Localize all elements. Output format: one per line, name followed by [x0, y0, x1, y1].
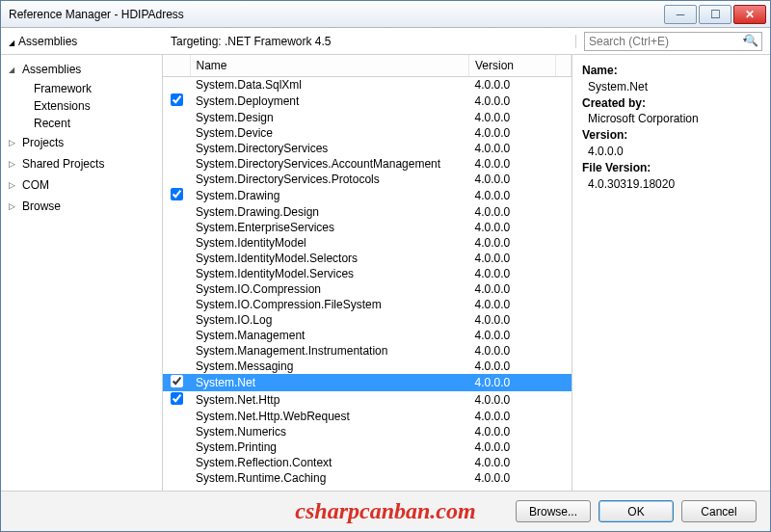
table-row[interactable]: System.IO.Compression4.0.0.0: [163, 281, 572, 297]
sidebar-category[interactable]: ▷Shared Projects: [1, 153, 162, 174]
row-checkbox-cell: [163, 470, 190, 486]
ok-button[interactable]: OK: [598, 500, 674, 522]
col-name[interactable]: Name: [190, 55, 469, 77]
row-name: System.IdentityModel.Selectors: [190, 251, 469, 266]
table-row[interactable]: System.Net4.0.0.0: [163, 374, 572, 391]
row-name: System.Messaging: [190, 359, 469, 374]
row-checkbox-cell: [163, 391, 190, 409]
table-row[interactable]: System.Management.Instrumentation4.0.0.0: [163, 343, 572, 359]
row-checkbox-cell: [163, 110, 190, 125]
row-version: 4.0.0.0: [469, 141, 556, 156]
table-row[interactable]: System.IdentityModel.Services4.0.0.0: [163, 266, 572, 281]
sidebar-category-label: Shared Projects: [22, 157, 104, 171]
cancel-button[interactable]: Cancel: [681, 500, 757, 522]
sidebar-category[interactable]: ▷Browse: [1, 196, 162, 217]
row-checkbox-cell: [163, 439, 190, 455]
table-row[interactable]: System.Numerics4.0.0.0: [163, 424, 572, 439]
table-row[interactable]: System.Device4.0.0.0: [163, 125, 572, 141]
table-row[interactable]: System.Net.Http4.0.0.0: [163, 391, 572, 409]
row-name: System.Deployment: [190, 93, 469, 110]
table-row[interactable]: System.Design4.0.0.0: [163, 110, 572, 125]
row-checkbox[interactable]: [171, 375, 183, 387]
table-row[interactable]: System.Deployment4.0.0.0: [163, 93, 572, 110]
sidebar-item[interactable]: Framework: [1, 80, 162, 97]
browse-button[interactable]: Browse...: [516, 500, 591, 522]
col-version[interactable]: Version: [469, 55, 556, 77]
row-checkbox-cell: [163, 424, 190, 439]
row-name: System.EnterpriseServices: [190, 220, 469, 235]
table-row[interactable]: System.Printing4.0.0.0: [163, 439, 572, 455]
top-row: Assemblies Targeting: .NET Framework 4.5…: [1, 28, 770, 55]
row-name: System.Data.SqlXml: [190, 77, 469, 93]
sidebar-category[interactable]: ▷Projects: [1, 132, 162, 153]
row-checkbox-cell: [163, 141, 190, 156]
row-checkbox-cell: [163, 172, 190, 187]
table-row[interactable]: System.DirectoryServices.Protocols4.0.0.…: [163, 172, 572, 187]
table-row[interactable]: System.Drawing4.0.0.0: [163, 187, 572, 204]
table-row[interactable]: System.IdentityModel4.0.0.0: [163, 235, 572, 251]
details-createdby-value: Microsoft Corporation: [582, 111, 760, 127]
table-row[interactable]: System.EnterpriseServices4.0.0.0: [163, 220, 572, 235]
row-name: System.Net.Http: [190, 391, 469, 409]
search-dropdown-icon[interactable]: ▾: [743, 36, 747, 44]
row-checkbox-cell: [163, 359, 190, 374]
chevron-down-icon[interactable]: [9, 35, 14, 48]
assemblies-header: Assemblies: [18, 35, 77, 48]
close-button[interactable]: ✕: [733, 5, 766, 24]
table-row[interactable]: System.Reflection.Context4.0.0.0: [163, 455, 572, 470]
row-version: 4.0.0.0: [469, 204, 556, 220]
sidebar-category-label: Assemblies: [22, 63, 81, 76]
table-row[interactable]: System.IO.Log4.0.0.0: [163, 312, 572, 328]
row-checkbox-cell: [163, 328, 190, 343]
row-name: System.Net.Http.WebRequest: [190, 409, 469, 424]
assembly-list-wrap: Name Version System.Data.SqlXml4.0.0.0Sy…: [163, 55, 572, 491]
row-name: System.Management: [190, 328, 469, 343]
targeting-label: Targeting: .NET Framework 4.5: [171, 35, 576, 48]
sidebar-category[interactable]: ◢Assemblies: [1, 59, 162, 80]
details-fileversion-label: File Version:: [582, 161, 651, 174]
sidebar-item[interactable]: Extensions: [1, 97, 162, 115]
titlebar[interactable]: Reference Manager - HDIPAdress ─ ☐ ✕: [1, 1, 770, 28]
row-checkbox-cell: [163, 281, 190, 297]
sidebar-category[interactable]: ▷COM: [1, 174, 162, 196]
table-row[interactable]: System.Management4.0.0.0: [163, 328, 572, 343]
row-checkbox-cell: [163, 266, 190, 281]
col-scroll-spacer: [556, 55, 572, 77]
assembly-table: Name Version System.Data.SqlXml4.0.0.0Sy…: [163, 55, 572, 486]
assembly-scroll[interactable]: Name Version System.Data.SqlXml4.0.0.0Sy…: [163, 55, 572, 491]
row-name: System.IdentityModel.Services: [190, 266, 469, 281]
table-row[interactable]: System.Runtime.Caching4.0.0.0: [163, 470, 572, 486]
table-row[interactable]: System.IdentityModel.Selectors4.0.0.0: [163, 251, 572, 266]
row-version: 4.0.0.0: [469, 156, 556, 172]
row-name: System.Drawing.Design: [190, 204, 469, 220]
details-name-value: System.Net: [582, 79, 760, 95]
row-version: 4.0.0.0: [469, 251, 556, 266]
row-version: 4.0.0.0: [469, 125, 556, 141]
row-checkbox[interactable]: [171, 188, 183, 200]
minimize-button[interactable]: ─: [664, 5, 697, 24]
row-name: System.Net: [190, 374, 469, 391]
row-checkbox[interactable]: [171, 93, 183, 106]
table-row[interactable]: System.DirectoryServices4.0.0.0: [163, 141, 572, 156]
row-checkbox-cell: [163, 204, 190, 220]
top-left: Assemblies: [9, 35, 163, 48]
row-checkbox-cell: [163, 77, 190, 93]
sidebar-item[interactable]: Recent: [1, 115, 162, 132]
col-check[interactable]: [163, 55, 190, 77]
search-input[interactable]: [584, 32, 762, 51]
row-name: System.IO.Compression.FileSystem: [190, 297, 469, 312]
row-version: 4.0.0.0: [469, 470, 556, 486]
table-row[interactable]: System.Drawing.Design4.0.0.0: [163, 204, 572, 220]
table-row[interactable]: System.Messaging4.0.0.0: [163, 359, 572, 374]
table-row[interactable]: System.IO.Compression.FileSystem4.0.0.0: [163, 297, 572, 312]
row-version: 4.0.0.0: [469, 391, 556, 409]
table-row[interactable]: System.Net.Http.WebRequest4.0.0.0: [163, 409, 572, 424]
row-checkbox[interactable]: [171, 392, 183, 405]
details-fileversion-value: 4.0.30319.18020: [582, 176, 760, 193]
table-row[interactable]: System.Data.SqlXml4.0.0.0: [163, 77, 572, 93]
table-row[interactable]: System.DirectoryServices.AccountManageme…: [163, 156, 572, 172]
row-name: System.Reflection.Context: [190, 455, 469, 470]
maximize-button[interactable]: ☐: [699, 5, 731, 24]
row-version: 4.0.0.0: [469, 297, 556, 312]
row-name: System.Device: [190, 125, 469, 141]
